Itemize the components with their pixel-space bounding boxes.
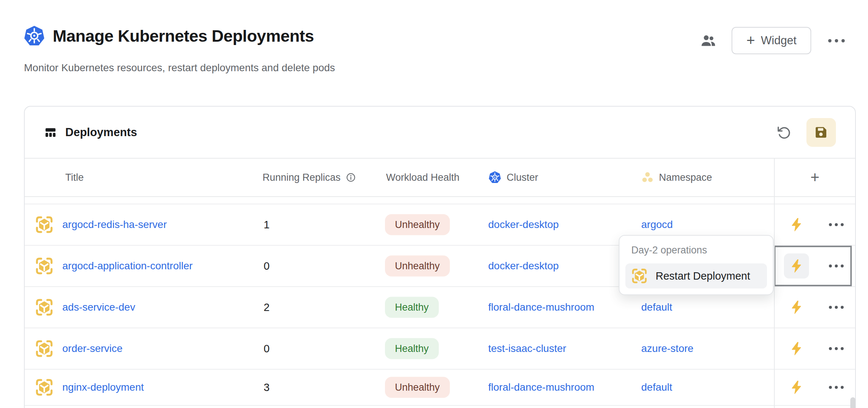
row-actions-cell-selected (774, 246, 856, 286)
deployment-title-link[interactable]: argocd-redis-ha-server (62, 219, 167, 231)
lightning-icon (789, 300, 804, 315)
column-header-replicas: Running Replicas (263, 172, 356, 183)
cluster-link[interactable]: docker-desktop (488, 260, 559, 272)
replicas-value: 0 (264, 260, 270, 272)
column-header-namespace: Namespace (641, 171, 712, 184)
lightning-icon (789, 258, 804, 274)
column-header-health: Workload Health (386, 172, 459, 183)
deployment-title-link[interactable]: order-service (62, 343, 122, 355)
plus-icon: + (810, 169, 820, 186)
day2-operations-menu: Day-2 operations Restart Deployment (619, 235, 774, 295)
row-kebab-menu-icon[interactable] (826, 220, 847, 229)
info-icon[interactable] (346, 173, 356, 183)
table-header-row: Title Running Replicas Workload Health C… (25, 159, 855, 197)
page-title: Manage Kubernetes Deployments (53, 27, 314, 46)
cluster-link[interactable]: test-isaac-cluster (488, 343, 566, 355)
actions-column-divider (774, 159, 775, 408)
page-kebab-menu-icon[interactable] (826, 37, 847, 45)
table-body: argocd-redis-ha-server 1 Unhealthy docke… (25, 197, 855, 406)
deployment-icon (35, 298, 53, 317)
day2-quick-actions-button[interactable] (784, 212, 809, 237)
widget-title: Deployments (65, 126, 137, 139)
row-kebab-menu-icon[interactable] (826, 383, 847, 392)
clipped-row-sliver (25, 197, 855, 204)
undo-refresh-icon[interactable] (776, 125, 791, 140)
cluster-link[interactable]: floral-dance-mushroom (488, 381, 594, 393)
page-subtitle: Monitor Kubernetes resources, restart de… (24, 62, 335, 74)
deployment-icon (35, 257, 53, 275)
lightning-icon (789, 341, 804, 356)
health-badge: Unhealthy (385, 214, 450, 235)
deployment-icon (35, 215, 53, 234)
add-widget-button[interactable]: + Widget (732, 27, 811, 54)
save-icon (814, 125, 828, 139)
row-kebab-menu-icon[interactable] (826, 262, 847, 270)
menu-item-label: Restart Deployment (656, 270, 750, 282)
cluster-kubernetes-icon (488, 171, 501, 184)
day2-quick-actions-button[interactable] (784, 253, 809, 279)
row-actions-cell (774, 287, 856, 328)
menu-item-restart-deployment[interactable]: Restart Deployment (625, 263, 767, 288)
namespace-link[interactable]: default (641, 381, 672, 393)
namespace-link[interactable]: argocd (641, 219, 673, 231)
lightning-icon (789, 217, 804, 232)
health-badge: Healthy (385, 297, 439, 318)
day2-quick-actions-button[interactable] (784, 375, 809, 400)
health-badge: Unhealthy (385, 256, 450, 277)
deployment-title-link[interactable]: ads-service-dev (62, 301, 135, 313)
day2-quick-actions-button[interactable] (784, 336, 809, 361)
row-actions-cell (774, 370, 856, 405)
deployment-icon (631, 268, 647, 284)
add-widget-label: Widget (761, 34, 796, 47)
save-button[interactable] (806, 118, 836, 147)
row-actions-cell (774, 328, 856, 369)
table-icon (44, 126, 57, 139)
deployment-icon (35, 378, 53, 397)
kubernetes-logo-icon (23, 25, 45, 47)
replicas-value: 1 (264, 219, 270, 231)
menu-section-label: Day-2 operations (631, 245, 767, 256)
row-kebab-menu-icon[interactable] (826, 303, 847, 312)
add-column-button[interactable]: + (774, 169, 856, 186)
replicas-value: 3 (264, 381, 270, 394)
deployment-icon (35, 339, 53, 358)
replicas-value: 2 (264, 301, 270, 314)
namespace-link[interactable]: default (641, 301, 672, 313)
day2-quick-actions-button[interactable] (784, 295, 809, 320)
namespace-link[interactable]: azure-store (641, 343, 694, 355)
deployment-title-link[interactable]: nginx-deployment (62, 381, 144, 393)
table-row: nginx-deployment 3 Unhealthy floral-danc… (25, 370, 855, 406)
column-header-cluster: Cluster (488, 171, 538, 184)
health-badge: Unhealthy (385, 377, 450, 398)
page: Manage Kubernetes Deployments Monitor Ku… (0, 0, 868, 408)
row-kebab-menu-icon[interactable] (826, 344, 847, 353)
deployment-title-link[interactable]: argocd-application-controller (62, 260, 192, 272)
health-badge: Healthy (385, 338, 439, 359)
column-header-title: Title (65, 172, 84, 183)
row-actions-cell (774, 204, 856, 245)
lightning-icon (789, 380, 804, 395)
cluster-link[interactable]: docker-desktop (488, 219, 559, 231)
replicas-value: 0 (264, 343, 270, 355)
cluster-link[interactable]: floral-dance-mushroom (488, 301, 594, 313)
vertical-scrollbar-thumb[interactable] (850, 397, 855, 408)
table-row: order-service 0 Healthy test-isaac-clust… (25, 328, 855, 370)
plus-icon: + (746, 33, 755, 48)
collaborators-icon[interactable] (700, 32, 717, 49)
namespace-dots-icon (641, 171, 654, 184)
